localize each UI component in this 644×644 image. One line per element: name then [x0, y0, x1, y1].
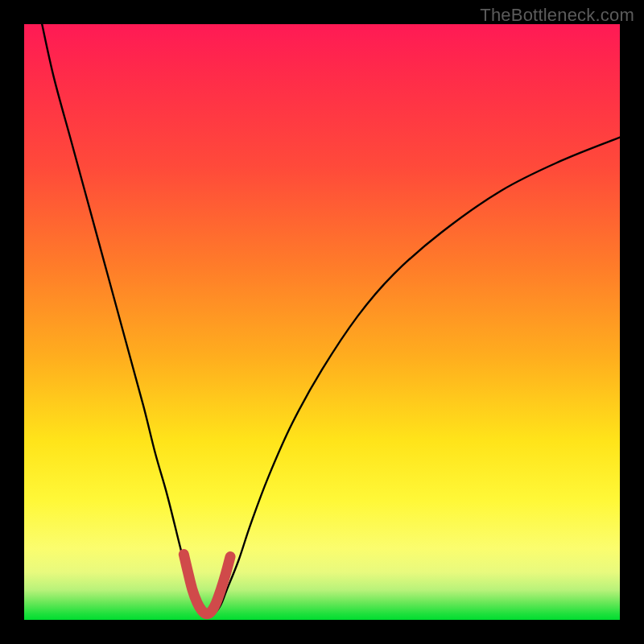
- curve-highlight: [184, 555, 230, 614]
- bottleneck-curve: [42, 24, 620, 614]
- curve-svg: [24, 24, 620, 620]
- watermark-text: TheBottleneck.com: [480, 5, 634, 26]
- plot-area: [24, 24, 620, 620]
- curve-layer: [42, 24, 620, 614]
- chart-stage: TheBottleneck.com: [0, 0, 644, 644]
